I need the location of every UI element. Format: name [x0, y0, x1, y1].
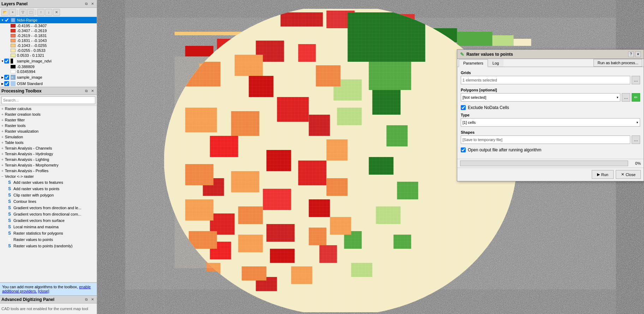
saga-icon-3: S: [7, 193, 12, 198]
saga-icon-9: S: [7, 231, 12, 236]
layer-icon-osm: [10, 81, 16, 86]
layers-panel: Layers Panel ⧉ ✕ 📂 + ▽ ⬚ ↑ ↓ ✕: [0, 0, 97, 87]
toolbox-raster-creation[interactable]: + Raster creation tools: [0, 111, 97, 117]
run-batch-process-button[interactable]: Run as batch process...: [594, 59, 642, 67]
layers-moveup-button[interactable]: ↑: [37, 9, 44, 16]
toolbox-gradient-dir-com[interactable]: S Gradient vectors from directional com.…: [0, 211, 97, 217]
grids-input[interactable]: [461, 76, 630, 84]
digitizing-close-button[interactable]: ✕: [90, 297, 95, 302]
toolbox-terrain-lighting[interactable]: + Terrain Analysis - Lighting: [0, 157, 97, 162]
exclude-nodata-checkbox[interactable]: [461, 105, 466, 110]
dialog-close-button[interactable]: ✕: [635, 52, 641, 57]
layer-label-sample-image: sample_image: [17, 75, 42, 79]
open-output-label: Open output file after running algorithm: [468, 147, 541, 152]
expand-icon-terrain-morphometry: +: [1, 163, 4, 167]
raster-values-dialog: ✎ Raster values to points ? ✕ Parameters…: [457, 49, 644, 181]
search-box: [0, 95, 97, 106]
svg-rect-19: [457, 32, 493, 46]
dialog-tab-log[interactable]: Log: [488, 59, 503, 67]
toolbox-raster-stats-polygons[interactable]: S Raster statistics for polygons: [0, 230, 97, 236]
progress-bar-container: [460, 161, 628, 166]
layer-item-ndvi-range[interactable]: ▼ Ndvi-Range: [0, 17, 97, 23]
run-icon: ▶: [597, 172, 600, 177]
layers-float-button[interactable]: ⧉: [83, 1, 89, 7]
toolbox-raster-values-points-random[interactable]: S Raster values to points (randomly): [0, 243, 97, 249]
type-select-wrapper: [1] cells ▼: [461, 118, 640, 127]
dialog-help-button[interactable]: ?: [628, 52, 634, 57]
toolbox-terrain-morphometry[interactable]: + Terrain Analysis - Morphometry: [0, 162, 97, 168]
toolbox-terrain-hydrology[interactable]: + Terrain Analysis - Hydrology: [0, 151, 97, 157]
polygons-draw-button[interactable]: ✏: [632, 93, 640, 102]
toolbox-raster-values-points[interactable]: S Raster values to points: [0, 236, 97, 243]
dialog-tab-parameters[interactable]: Parameters: [459, 59, 488, 67]
dialog-tab-toolbar-row: Parameters Log Run as batch process...: [457, 59, 644, 67]
layer-legend-label-3: -0.2619 - -0.1831: [17, 34, 47, 38]
layer-item-sample-ndvi[interactable]: ▼ sample_image_ndvi: [0, 58, 97, 64]
open-output-checkbox[interactable]: [461, 147, 466, 152]
plugin-close-link[interactable]: [close]: [38, 289, 49, 293]
toolbox-simulation[interactable]: + Simulation: [0, 134, 97, 140]
toolbox-gradient-dir-le[interactable]: S Gradient vectors from direction and le…: [0, 205, 97, 211]
layer-checkbox-sample-ndvi[interactable]: [4, 59, 9, 64]
toolbox-add-raster-features[interactable]: S Add raster values to features: [0, 179, 97, 186]
toolbox-clip-raster[interactable]: S Clip raster with polygon: [0, 192, 97, 198]
polygons-browse-button[interactable]: …: [622, 93, 630, 102]
svg-text:R: R: [11, 76, 14, 79]
toolbox-table-tools[interactable]: + Table tools: [0, 140, 97, 145]
toolbox-raster-viz[interactable]: + Raster visualization: [0, 128, 97, 134]
toolbox-vector-raster[interactable]: − Vector <-> raster: [0, 174, 97, 179]
grids-browse-button[interactable]: …: [632, 76, 640, 84]
toolbox-add-raster-points[interactable]: S Add raster values to points: [0, 186, 97, 192]
grids-field-group: Grids …: [461, 71, 640, 84]
shapes-browse-button[interactable]: …: [632, 135, 640, 144]
color-block-ndvi-min: [11, 65, 16, 68]
toolbox-gradient-surface[interactable]: S Gradient vectors from surface: [0, 217, 97, 224]
toolbox-terrain-channels[interactable]: + Terrain Analysis - Channels: [0, 145, 97, 151]
layers-add-button[interactable]: +: [9, 9, 16, 16]
svg-rect-20: [493, 35, 514, 46]
toolbox-raster-filter[interactable]: + Raster filter: [0, 117, 97, 123]
dialog-close-btn[interactable]: ✕ Close: [616, 170, 641, 179]
type-label: Type: [461, 113, 640, 117]
toolbox-raster-tools[interactable]: + Raster tools: [0, 123, 97, 128]
processing-close-button[interactable]: ✕: [90, 88, 95, 94]
toolbox-tree: + Raster calculus + Raster creation tool…: [0, 106, 97, 282]
layers-movedown-button[interactable]: ↓: [45, 9, 52, 16]
layers-panel-controls: ⧉ ✕: [83, 1, 95, 7]
shapes-field-group: Shapes …: [461, 130, 640, 144]
layer-item-osm[interactable]: ▶ OSM Standard: [0, 80, 97, 87]
digitizing-float-button[interactable]: ⧉: [83, 297, 89, 302]
layer-item-sample-image[interactable]: ▶ R sample_image: [0, 74, 97, 80]
layers-open-button[interactable]: 📂: [1, 9, 8, 16]
processing-panel-controls: ⧉ ✕: [83, 88, 95, 94]
toolbox-terrain-profiles[interactable]: + Terrain Analysis - Profiles: [0, 168, 97, 174]
processing-panel-titlebar: Processing Toolbox ⧉ ✕: [0, 87, 97, 95]
expand-arrow-osm: ▶: [1, 82, 4, 85]
color-block-ndvi-max: [11, 70, 16, 73]
layers-remove-button[interactable]: ✕: [53, 9, 60, 16]
run-button[interactable]: ▶ Run: [592, 170, 614, 179]
layer-checkbox-ndvi-range[interactable]: [4, 18, 9, 23]
grids-label: Grids: [461, 71, 640, 75]
layers-toolbar: 📂 + ▽ ⬚ ↑ ↓ ✕: [0, 8, 97, 17]
layer-checkbox-osm[interactable]: [4, 81, 9, 86]
layers-filter-button[interactable]: ▽: [19, 9, 26, 16]
color-block-6: [11, 49, 16, 52]
layers-close-button[interactable]: ✕: [90, 1, 95, 7]
polygons-select[interactable]: [Not selected]: [461, 93, 620, 102]
digitizing-controls: ⧉ ✕: [83, 297, 95, 302]
layer-legend-1: -0.4195 - -0.3407: [0, 23, 97, 28]
search-input[interactable]: [1, 96, 95, 104]
type-select[interactable]: [1] cells: [461, 118, 640, 127]
layer-legend-ndvi-min: -0.388809: [0, 64, 97, 69]
shapes-input[interactable]: [461, 135, 630, 144]
toolbox-raster-calculus[interactable]: + Raster calculus: [0, 106, 97, 111]
processing-float-button[interactable]: ⧉: [83, 88, 89, 94]
toolbox-local-minima[interactable]: S Local minima and maxima: [0, 224, 97, 230]
dialog-title-text: Raster values to points: [466, 52, 513, 57]
layer-legend-label-4: -0.1831 - -0.1043: [17, 38, 47, 43]
layer-checkbox-sample-image[interactable]: [4, 75, 9, 80]
toolbox-contour-lines[interactable]: S Contour lines: [0, 198, 97, 205]
color-block-2: [11, 29, 16, 32]
layers-group-button[interactable]: ⬚: [27, 9, 34, 16]
